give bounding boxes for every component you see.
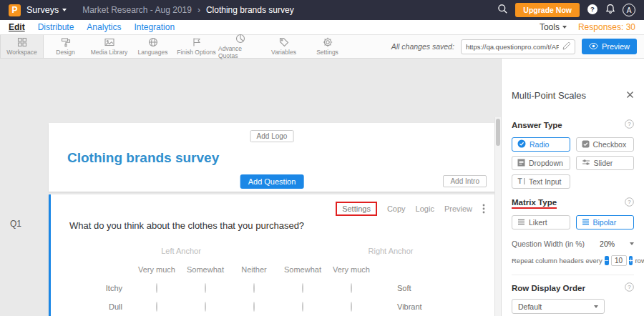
menu-item-integration[interactable]: Integration	[134, 22, 175, 32]
toolbar-item-media-library[interactable]: Media Library	[87, 35, 131, 58]
help-circle-icon: ?	[625, 282, 634, 294]
topbar-actions: Upgrade Now ? A	[497, 3, 635, 17]
chevron-down-icon	[594, 305, 598, 308]
answer-type-radio[interactable]: Radio	[512, 137, 570, 152]
upgrade-now-button[interactable]: Upgrade Now	[515, 3, 580, 17]
survey-url-input[interactable]	[466, 43, 559, 51]
matrix-row: Dull Vibrant	[69, 297, 454, 316]
column-header: Very much	[132, 265, 181, 274]
eye-icon	[589, 42, 598, 51]
menubar: Edit Distribute Analytics Integration To…	[0, 20, 644, 35]
notifications-button[interactable]	[605, 4, 615, 16]
repeat-headers-input[interactable]	[611, 255, 627, 266]
answer-type-header: Answer Type ?	[512, 119, 634, 131]
toolbar-item-advance-quotas[interactable]: Advance Quotas	[218, 35, 262, 58]
chevron-down-icon[interactable]	[630, 242, 634, 245]
toolbar-item-label: Variables	[271, 49, 296, 56]
matrix-row: Itchy Soft	[69, 279, 454, 297]
breadcrumb-folder[interactable]: Market Research - Aug 2019	[82, 5, 192, 15]
question-width-row: Question Width (in %) 20%	[512, 240, 634, 248]
menu-item-distribute[interactable]: Distribute	[38, 22, 74, 32]
preview-button[interactable]: Preview	[582, 39, 637, 54]
help-circle-icon: ?	[625, 197, 634, 209]
matrix-radio[interactable]	[302, 283, 303, 293]
logo-letter: P	[11, 5, 17, 15]
question-actions: Settings Copy Logic Preview	[336, 202, 485, 216]
surveys-product-menu[interactable]: Surveys	[26, 5, 67, 15]
survey-title[interactable]: Clothing brands survey	[67, 150, 219, 166]
scrollbar[interactable]	[496, 119, 500, 146]
avatar-letter: A	[627, 6, 632, 14]
column-header: Neither	[230, 265, 278, 274]
answer-type-option-label: Slider	[594, 159, 613, 167]
question-settings-action[interactable]: Settings	[336, 202, 377, 216]
variables-icon	[279, 37, 289, 47]
languages-icon	[148, 37, 158, 47]
breadcrumb: Market Research - Aug 2019 › Clothing br…	[82, 5, 293, 15]
svg-text:?: ?	[590, 5, 595, 13]
matrix-radio[interactable]	[253, 283, 255, 293]
toolbar-item-finish-options[interactable]: Finish Options	[175, 35, 218, 58]
breadcrumb-page: Clothing brands survey	[206, 5, 294, 15]
column-header: Somewhat	[181, 265, 230, 274]
question-preview-action[interactable]: Preview	[444, 204, 472, 213]
row-display-help-button[interactable]: ?	[625, 282, 634, 294]
question-text[interactable]: What do you think about the clothes that…	[69, 220, 304, 231]
toolbar-item-variables[interactable]: Variables	[262, 35, 306, 58]
answer-type-text-input[interactable]: T Text Input	[512, 174, 570, 189]
help-icon: ?	[587, 4, 598, 17]
matrix-table: Left Anchor Right Anchor Very much Somew…	[69, 242, 454, 316]
matrix-radio[interactable]	[351, 302, 352, 312]
toolbar-item-settings[interactable]: Settings	[306, 35, 349, 58]
survey-editor-canvas: Q1 Add Logo Clothing brands survey Add Q…	[0, 59, 501, 316]
responses-count[interactable]: Responses: 30	[578, 22, 635, 32]
answer-type-checkbox[interactable]: Checkbox	[576, 137, 635, 152]
add-intro-button[interactable]: Add Intro	[443, 175, 487, 187]
tools-menu[interactable]: Tools	[540, 22, 567, 32]
toolbar-item-workspace[interactable]: Workspace	[0, 35, 44, 58]
matrix-type-bipolar[interactable]: Bipolar	[576, 215, 635, 229]
decrement-button[interactable]: −	[605, 256, 609, 265]
add-logo-button[interactable]: Add Logo	[250, 130, 294, 142]
avatar[interactable]: A	[623, 4, 635, 16]
matrix-type-help-button[interactable]: ?	[625, 197, 634, 209]
svg-text:T: T	[518, 177, 522, 185]
toolbar-item-design[interactable]: Design	[44, 35, 87, 58]
row-display-select[interactable]: Default	[512, 299, 605, 314]
matrix-radio[interactable]	[156, 283, 157, 293]
toolbar-item-languages[interactable]: Languages	[131, 35, 175, 58]
repeat-headers-label: Repeat column headers every	[512, 257, 602, 265]
question-copy-action[interactable]: Copy	[387, 204, 406, 213]
answer-type-slider[interactable]: Slider	[576, 156, 635, 170]
more-options-icon[interactable]	[482, 204, 485, 214]
question-width-value[interactable]: 20%	[600, 240, 615, 248]
question-width-label: Question Width (in %)	[512, 240, 585, 248]
matrix-radio[interactable]	[156, 302, 157, 312]
scrollbar-track[interactable]	[494, 117, 501, 316]
questionpro-app: P Surveys Market Research - Aug 2019 › C…	[0, 0, 644, 316]
questionpro-logo[interactable]: P	[9, 4, 21, 16]
answer-type-dropdown[interactable]: Dropdown	[512, 156, 570, 170]
menu-item-edit[interactable]: Edit	[9, 22, 25, 32]
matrix-radio[interactable]	[351, 283, 352, 293]
survey-header-card: Add Logo Clothing brands survey Add Ques…	[49, 123, 495, 192]
question-logic-action[interactable]: Logic	[416, 204, 434, 213]
matrix-radio[interactable]	[205, 302, 206, 312]
matrix-type-options: Likert Bipolar	[512, 215, 634, 229]
increment-button[interactable]: +	[629, 256, 633, 265]
matrix-type-likert[interactable]: Likert	[512, 215, 570, 229]
matrix-radio[interactable]	[253, 302, 255, 312]
matrix-type-option-label: Likert	[529, 218, 547, 227]
menu-item-analytics[interactable]: Analytics	[87, 22, 121, 32]
edit-pencil-icon[interactable]	[562, 40, 570, 53]
matrix-radio[interactable]	[205, 283, 206, 293]
add-question-button[interactable]: Add Question	[240, 174, 304, 189]
answer-type-help-button[interactable]: ?	[625, 119, 634, 131]
search-button[interactable]	[497, 4, 508, 16]
matrix-type-option-label: Bipolar	[593, 218, 617, 227]
row-left-label: Dull	[69, 302, 132, 311]
close-panel-button[interactable]	[626, 90, 634, 101]
help-button[interactable]: ?	[587, 4, 598, 17]
matrix-radio[interactable]	[302, 302, 303, 312]
anchor-row: Left Anchor Right Anchor	[69, 242, 454, 260]
